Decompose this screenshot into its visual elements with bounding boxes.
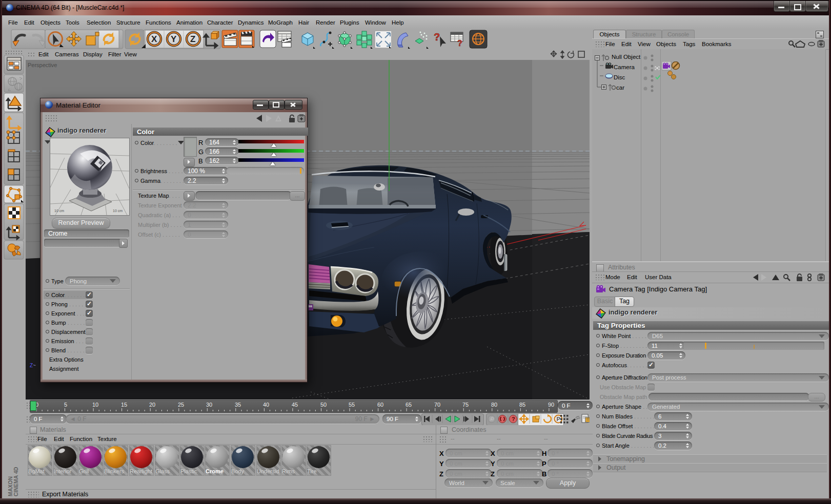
svg-text:?: ? [512, 416, 515, 422]
svg-text:75: 75 [462, 402, 469, 408]
svg-text:?: ? [457, 39, 462, 48]
svg-text:20: 20 [149, 402, 155, 408]
svg-text:85: 85 [519, 402, 525, 408]
svg-text:90: 90 [548, 402, 554, 408]
svg-text:55: 55 [349, 402, 355, 408]
svg-text:65: 65 [406, 402, 412, 408]
svg-text:30: 30 [206, 402, 212, 408]
svg-text:25: 25 [178, 402, 184, 408]
svg-text:?: ? [434, 31, 440, 43]
svg-text:10 cm: 10 cm [113, 209, 123, 213]
svg-text:X: X [151, 34, 157, 44]
svg-text:Z: Z [190, 34, 195, 44]
svg-text:45: 45 [292, 402, 298, 408]
svg-text:60: 60 [377, 402, 383, 408]
svg-text:70: 70 [434, 402, 440, 408]
svg-text:10: 10 [92, 402, 98, 408]
svg-text:5: 5 [64, 402, 67, 408]
svg-text:80: 80 [491, 402, 497, 408]
svg-text:10 cm: 10 cm [54, 209, 64, 213]
svg-text:40: 40 [263, 402, 269, 408]
svg-text:50: 50 [320, 402, 327, 408]
svg-text:35: 35 [235, 402, 241, 408]
svg-text:15: 15 [121, 402, 127, 408]
svg-text:Y: Y [171, 34, 177, 44]
